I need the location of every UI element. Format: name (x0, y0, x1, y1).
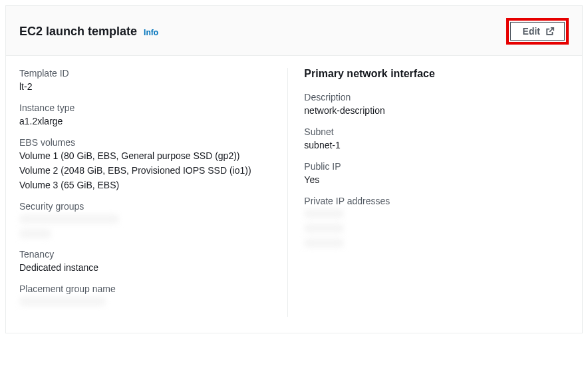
private-ips-label: Private IP addresses (304, 196, 569, 206)
panel-header-left: EC2 launch template Info (19, 25, 158, 39)
ebs-volumes-field: EBS volumes Volume 1 (80 GiB, EBS, Gener… (19, 137, 274, 190)
right-column: Primary network interface Description ne… (288, 68, 582, 317)
panel-header: EC2 launch template Info Edit (6, 6, 582, 56)
public-ip-label: Public IP (304, 161, 569, 172)
info-link[interactable]: Info (144, 28, 158, 37)
subnet-label: Subnet (304, 126, 569, 137)
instance-type-label: Instance type (19, 102, 274, 113)
external-link-icon (545, 27, 555, 36)
ebs-volumes-label: EBS volumes (19, 137, 274, 148)
edit-button-label: Edit (523, 26, 540, 37)
edit-button[interactable]: Edit (510, 22, 565, 41)
private-ips-redacted (304, 209, 569, 248)
template-id-label: Template ID (19, 68, 274, 79)
ebs-volume-line: Volume 2 (2048 GiB, EBS, Provisioned IOP… (19, 165, 274, 176)
subnet-value: subnet-1 (304, 140, 569, 150)
template-id-field: Template ID lt-2 (19, 68, 274, 92)
placement-group-field: Placement group name (19, 284, 274, 306)
panel-body: Template ID lt-2 Instance type a1.2xlarg… (6, 56, 582, 333)
description-field: Description network-description (304, 92, 569, 116)
left-column: Template ID lt-2 Instance type a1.2xlarg… (6, 68, 288, 317)
tenancy-field: Tenancy Dedicated instance (19, 249, 274, 273)
tenancy-label: Tenancy (19, 249, 274, 260)
ebs-volume-line: Volume 1 (80 GiB, EBS, General purpose S… (19, 150, 274, 161)
tenancy-value: Dedicated instance (19, 262, 274, 273)
security-groups-redacted (19, 214, 274, 238)
edit-button-highlight: Edit (506, 18, 569, 45)
security-groups-label: Security groups (19, 201, 274, 212)
placement-group-redacted (19, 297, 274, 306)
placement-group-label: Placement group name (19, 284, 274, 294)
launch-template-panel: EC2 launch template Info Edit Template I… (5, 5, 583, 333)
description-value: network-description (304, 105, 569, 116)
public-ip-value: Yes (304, 174, 569, 185)
panel-title: EC2 launch template (19, 25, 137, 39)
security-groups-field: Security groups (19, 201, 274, 238)
subnet-field: Subnet subnet-1 (304, 126, 569, 150)
instance-type-value: a1.2xlarge (19, 116, 274, 126)
private-ips-field: Private IP addresses (304, 196, 569, 248)
template-id-value: lt-2 (19, 81, 274, 92)
public-ip-field: Public IP Yes (304, 161, 569, 185)
network-interface-title: Primary network interface (304, 68, 569, 80)
instance-type-field: Instance type a1.2xlarge (19, 102, 274, 126)
description-label: Description (304, 92, 569, 102)
ebs-volume-line: Volume 3 (65 GiB, EBS) (19, 180, 274, 190)
